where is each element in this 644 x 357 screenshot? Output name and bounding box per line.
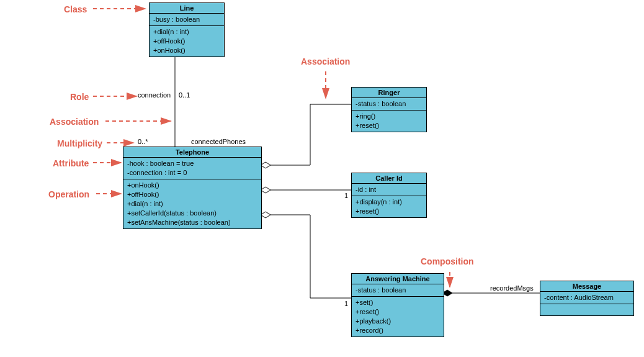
class-callerid-title: Caller Id xyxy=(352,173,426,184)
annotation-operation: Operation xyxy=(48,189,89,199)
class-ringer: Ringer -status : boolean +ring() +reset(… xyxy=(351,87,427,132)
annotation-attribute: Attribute xyxy=(53,158,89,168)
class-telephone-title: Telephone xyxy=(123,147,261,158)
label-connectedphones: connectedPhones xyxy=(191,138,246,145)
class-ringer-attrs: -status : boolean xyxy=(352,98,426,111)
class-telephone-attrs: -hook : boolean = true -connection : int… xyxy=(123,158,261,179)
class-line: Line -busy : boolean +dial(n : int) +off… xyxy=(149,2,225,57)
class-message: Message -content : AudioStream xyxy=(540,281,634,316)
annotation-association-2: Association xyxy=(301,56,350,66)
class-message-ops xyxy=(540,304,633,315)
label-0-1: 0..1 xyxy=(179,91,190,99)
class-line-title: Line xyxy=(150,3,224,14)
svg-marker-6 xyxy=(261,187,271,193)
label-one-caller: 1 xyxy=(344,192,348,199)
class-answeringmachine-title: Answering Machine xyxy=(352,274,444,284)
class-line-attrs: -busy : boolean xyxy=(150,14,224,26)
class-callerid-attrs: -id : int xyxy=(352,184,426,196)
annotation-class: Class xyxy=(64,4,87,14)
label-0-star: 0..* xyxy=(138,138,148,145)
class-message-title: Message xyxy=(540,281,633,292)
label-connection: connection xyxy=(138,91,171,99)
class-answeringmachine-ops: +set() +reset() +playback() +record() xyxy=(352,297,444,337)
label-recordedmsgs: recordedMsgs xyxy=(490,284,534,292)
class-answeringmachine-attrs: -status : boolean xyxy=(352,284,444,297)
svg-marker-10 xyxy=(261,212,271,218)
class-answeringmachine: Answering Machine -status : boolean +set… xyxy=(351,273,444,337)
class-callerid: Caller Id -id : int +display(n : int) +r… xyxy=(351,173,427,218)
annotation-association: Association xyxy=(50,116,99,127)
class-telephone: Telephone -hook : boolean = true -connec… xyxy=(123,147,262,229)
class-ringer-ops: +ring() +reset() xyxy=(352,111,426,132)
label-one-ans: 1 xyxy=(344,300,348,307)
annotation-composition: Composition xyxy=(421,256,474,266)
class-telephone-ops: +onHook() +offHook() +dial(n : int) +set… xyxy=(123,179,261,228)
class-line-ops: +dial(n : int) +offHook() +onHook() xyxy=(150,26,224,56)
svg-marker-4 xyxy=(261,162,271,168)
annotation-multiplicity: Multiplicity xyxy=(57,138,102,148)
annotation-role: Role xyxy=(70,91,89,102)
class-ringer-title: Ringer xyxy=(352,88,426,98)
class-callerid-ops: +display(n : int) +reset() xyxy=(352,196,426,217)
class-message-attrs: -content : AudioStream xyxy=(540,292,633,304)
